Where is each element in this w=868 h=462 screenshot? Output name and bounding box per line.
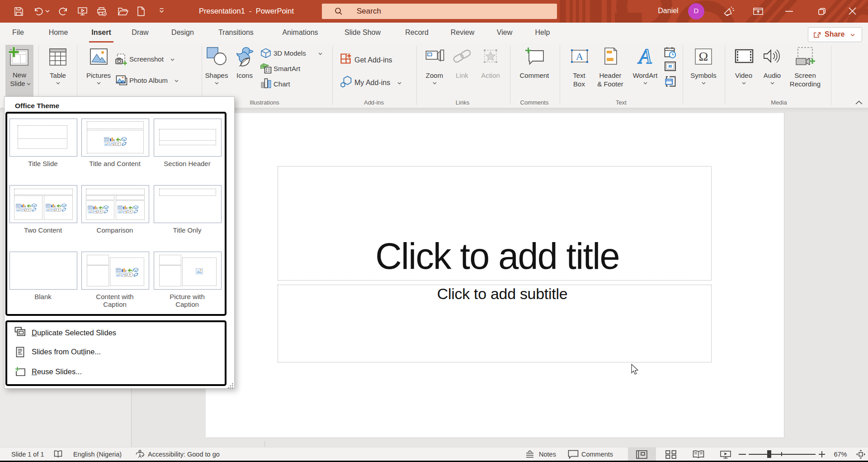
svg-text:Ω: Ω <box>699 49 708 63</box>
svg-text:A: A <box>637 46 652 66</box>
svg-text:A: A <box>576 51 583 62</box>
